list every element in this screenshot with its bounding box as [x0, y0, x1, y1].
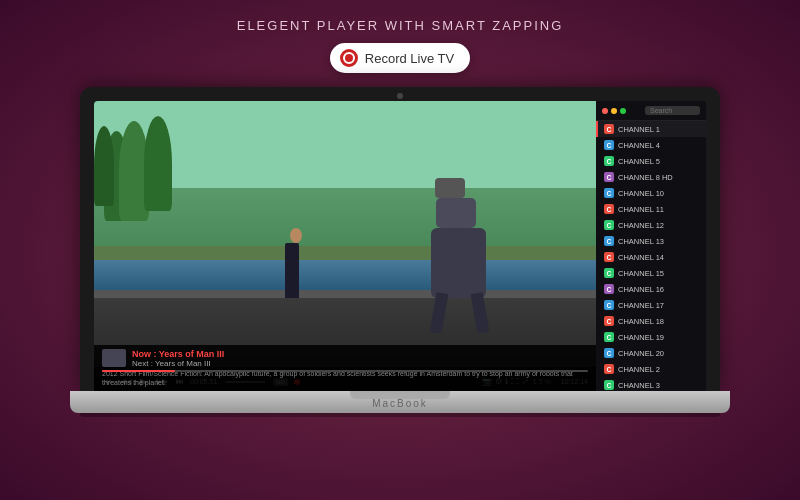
info-bar: Now : Years of Man III Next : Years of M…: [94, 345, 596, 391]
record-btn-label: Record Live TV: [365, 51, 454, 66]
channel-item[interactable]: CCHANNEL 19: [596, 329, 706, 345]
channel-list: CCHANNEL 1CCHANNEL 4CCHANNEL 5CCHANNEL 8…: [596, 101, 706, 391]
channel-item[interactable]: CCHANNEL 11: [596, 201, 706, 217]
channel-item[interactable]: CCHANNEL 2: [596, 361, 706, 377]
channel-icon: C: [604, 268, 614, 278]
channel-icon: C: [604, 156, 614, 166]
video-player[interactable]: Now : Years of Man III Next : Years of M…: [94, 101, 596, 391]
window-controls: [602, 108, 626, 114]
channel-icon: C: [604, 220, 614, 230]
channel-icon: C: [604, 364, 614, 374]
minimize-dot[interactable]: [611, 108, 617, 114]
channel-item[interactable]: CCHANNEL 1: [596, 121, 706, 137]
channel-icon: C: [604, 300, 614, 310]
channel-name: CHANNEL 3: [618, 381, 660, 390]
movie-title: Now : Years of Man III: [132, 349, 588, 359]
channel-item[interactable]: CCHANNEL 13: [596, 233, 706, 249]
channel-name: CHANNEL 17: [618, 301, 664, 310]
channel-item[interactable]: CCHANNEL 10: [596, 185, 706, 201]
channel-name: CHANNEL 10: [618, 189, 664, 198]
channel-items-list: CCHANNEL 1CCHANNEL 4CCHANNEL 5CCHANNEL 8…: [596, 121, 706, 391]
channel-icon: C: [604, 332, 614, 342]
channel-name: CHANNEL 15: [618, 269, 664, 278]
channel-icon: C: [604, 252, 614, 262]
laptop-brand: MacBook: [372, 398, 428, 409]
channel-name: CHANNEL 8 HD: [618, 173, 673, 182]
channel-icon: C: [604, 284, 614, 294]
info-row: Now : Years of Man III Next : Years of M…: [102, 349, 588, 368]
page-heading: ELEGENT PLAYER WITH SMART ZAPPING: [237, 18, 564, 33]
record-icon: [340, 49, 358, 67]
laptop-base: MacBook: [70, 391, 730, 413]
channel-name: CHANNEL 4: [618, 141, 660, 150]
channel-name: CHANNEL 11: [618, 205, 664, 214]
channel-name: CHANNEL 5: [618, 157, 660, 166]
channel-item[interactable]: CCHANNEL 20: [596, 345, 706, 361]
channel-item[interactable]: CCHANNEL 18: [596, 313, 706, 329]
channel-name: CHANNEL 1: [618, 125, 660, 134]
progress-bar[interactable]: [102, 370, 588, 372]
channel-name: CHANNEL 20: [618, 349, 664, 358]
channel-icon: C: [604, 188, 614, 198]
channel-item[interactable]: CCHANNEL 15: [596, 265, 706, 281]
channel-item[interactable]: CCHANNEL 3: [596, 377, 706, 391]
channel-name: CHANNEL 14: [618, 253, 664, 262]
channel-item[interactable]: CCHANNEL 8 HD: [596, 169, 706, 185]
channel-list-header: [596, 101, 706, 121]
laptop-reflection: [80, 413, 720, 417]
channel-name: CHANNEL 19: [618, 333, 664, 342]
channel-item[interactable]: CCHANNEL 12: [596, 217, 706, 233]
channel-icon: C: [604, 172, 614, 182]
channel-icon: C: [604, 348, 614, 358]
maximize-dot[interactable]: [620, 108, 626, 114]
channel-icon: C: [604, 236, 614, 246]
movie-info: Now : Years of Man III Next : Years of M…: [132, 349, 588, 368]
channel-icon: C: [604, 316, 614, 326]
progress-fill: [102, 370, 175, 372]
channel-item[interactable]: CCHANNEL 17: [596, 297, 706, 313]
channel-item[interactable]: CCHANNEL 16: [596, 281, 706, 297]
video-bottom-overlay: Now : Years of Man III Next : Years of M…: [94, 367, 596, 391]
channel-name: CHANNEL 18: [618, 317, 664, 326]
screen-inner: Now : Years of Man III Next : Years of M…: [94, 101, 706, 391]
channel-icon: C: [604, 380, 614, 390]
macbook-wrapper: Now : Years of Man III Next : Years of M…: [60, 87, 740, 413]
movie-thumbnail: [102, 349, 126, 367]
channel-item[interactable]: CCHANNEL 4: [596, 137, 706, 153]
laptop-screen: Now : Years of Man III Next : Years of M…: [80, 87, 720, 391]
close-dot[interactable]: [602, 108, 608, 114]
movie-subtitle: Next : Years of Man III: [132, 359, 588, 368]
channel-search-input[interactable]: [645, 106, 700, 115]
channel-item[interactable]: CCHANNEL 5: [596, 153, 706, 169]
channel-icon: C: [604, 124, 614, 134]
channel-icon: C: [604, 204, 614, 214]
channel-name: CHANNEL 2: [618, 365, 660, 374]
channel-icon: C: [604, 140, 614, 150]
channel-name: CHANNEL 16: [618, 285, 664, 294]
channel-item[interactable]: CCHANNEL 14: [596, 249, 706, 265]
channel-name: CHANNEL 12: [618, 221, 664, 230]
record-live-tv-button[interactable]: Record Live TV: [330, 43, 470, 73]
channel-name: CHANNEL 13: [618, 237, 664, 246]
